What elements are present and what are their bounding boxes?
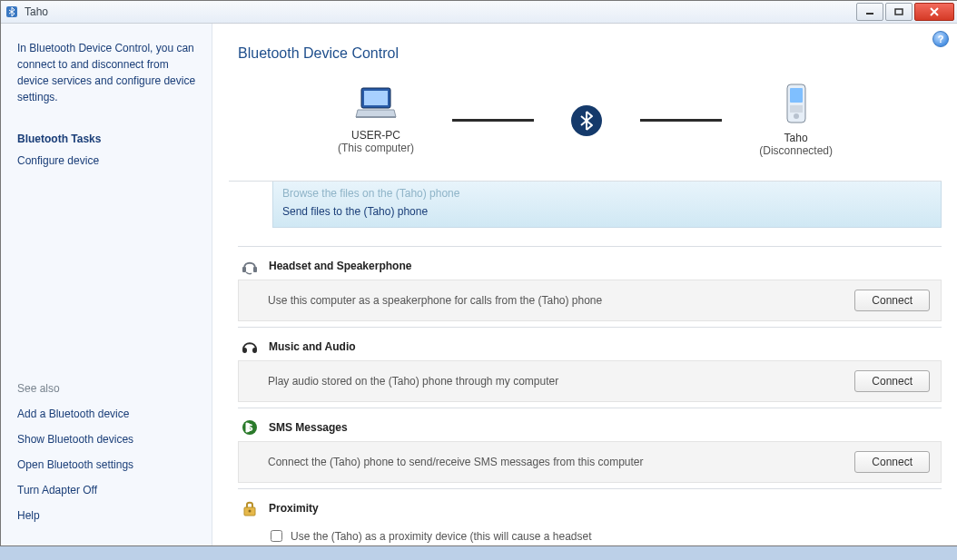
sms-desc: Connect the (Taho) phone to send/receive… xyxy=(268,456,854,468)
proximity-section: Proximity Use the (Taho) as a proximity … xyxy=(238,488,942,545)
minimize-button[interactable] xyxy=(856,3,883,21)
music-connect-button[interactable]: Connect xyxy=(854,370,930,392)
app-icon xyxy=(5,5,19,19)
seealso-add-device[interactable]: Add a Bluetooth device xyxy=(17,408,199,420)
help-icon[interactable]: ? xyxy=(932,31,949,47)
page-title: Bluetooth Device Control xyxy=(238,45,932,62)
laptop-icon xyxy=(354,86,398,123)
content-scroll[interactable]: Browse the files on the (Taho) phone Sen… xyxy=(212,182,957,545)
proximity-checkbox[interactable] xyxy=(271,530,282,542)
music-section: Music and Audio Play audio stored on the… xyxy=(238,327,942,408)
seealso-show-devices[interactable]: Show Bluetooth devices xyxy=(17,433,199,446)
sms-connect-button[interactable]: Connect xyxy=(854,451,930,473)
tasks-heading: Bluetooth Tasks xyxy=(17,133,199,145)
titlebar: Taho xyxy=(1,1,957,24)
music-desc: Play audio stored on the (Taho) phone th… xyxy=(268,375,854,388)
window-buttons xyxy=(856,3,954,21)
svg-rect-7 xyxy=(790,88,803,103)
seealso-turn-adapter-off[interactable]: Turn Adapter Off xyxy=(17,484,199,496)
headset-connect-button[interactable]: Connect xyxy=(854,290,930,311)
phone-icon xyxy=(784,84,808,126)
svg-rect-11 xyxy=(253,267,257,272)
headphones-icon xyxy=(240,337,260,357)
main: ? Bluetooth Device Control xyxy=(212,24,957,545)
proximity-checkbox-label: Use the (Taho) as a proximity device (th… xyxy=(291,530,591,543)
diagram-phone-node: Taho (Disconnected) xyxy=(759,84,833,157)
headset-icon xyxy=(240,256,260,276)
svg-rect-9 xyxy=(790,105,803,113)
music-title: Music and Audio xyxy=(269,340,356,353)
close-button[interactable] xyxy=(914,3,954,21)
sms-section: S SMS Messages Connect the (Taho) phone … xyxy=(238,408,942,488)
sidebar: In Bluetooth Device Control, you can con… xyxy=(1,24,212,545)
proximity-title: Proximity xyxy=(269,502,319,515)
diagram-phone-name: Taho xyxy=(784,132,808,144)
headset-title: Headset and Speakerphone xyxy=(269,260,411,272)
main-header: Bluetooth Device Control USER-PC xyxy=(212,24,957,181)
seealso-help[interactable]: Help xyxy=(17,509,199,522)
sidebar-link-configure-device[interactable]: Configure device xyxy=(17,154,199,167)
file-transfer-browse-link[interactable]: Browse the files on the (Taho) phone xyxy=(282,187,932,200)
bluetooth-icon xyxy=(571,105,602,136)
headset-section: Headset and Speakerphone Use this comput… xyxy=(238,246,942,327)
diagram-computer-sub: (This computer) xyxy=(338,142,414,154)
seealso-heading: See also xyxy=(17,382,199,395)
sms-icon: S xyxy=(240,418,260,437)
svg-rect-10 xyxy=(242,267,246,272)
window: Taho In Bluetooth Device Control, you ca… xyxy=(0,0,957,546)
connection-diagram: USER-PC (This computer) xyxy=(238,74,932,172)
svg-point-17 xyxy=(249,510,252,513)
svg-point-8 xyxy=(794,113,799,119)
diagram-line-left xyxy=(452,119,534,122)
file-transfer-section: Browse the files on the (Taho) phone Sen… xyxy=(272,182,942,228)
diagram-computer-node: USER-PC (This computer) xyxy=(338,86,414,154)
svg-point-12 xyxy=(242,348,247,353)
body: In Bluetooth Device Control, you can con… xyxy=(1,24,957,545)
diagram-computer-name: USER-PC xyxy=(351,129,400,142)
svg-point-13 xyxy=(252,348,257,353)
svg-rect-5 xyxy=(356,116,396,118)
headset-desc: Use this computer as a speakerphone for … xyxy=(268,294,854,307)
window-title: Taho xyxy=(25,5,856,18)
lock-icon xyxy=(240,498,260,518)
diagram-phone-sub: (Disconnected) xyxy=(759,144,833,157)
svg-rect-2 xyxy=(895,9,903,15)
seealso-open-settings[interactable]: Open Bluetooth settings xyxy=(17,458,199,471)
sms-title: SMS Messages xyxy=(269,421,348,434)
diagram-bluetooth-node xyxy=(571,105,602,136)
file-transfer-send-link[interactable]: Send files to the (Taho) phone xyxy=(282,205,932,218)
maximize-button[interactable] xyxy=(885,3,913,21)
svg-text:S: S xyxy=(246,422,252,433)
sidebar-intro: In Bluetooth Device Control, you can con… xyxy=(17,40,199,105)
diagram-line-right xyxy=(640,119,722,122)
svg-rect-4 xyxy=(364,91,388,105)
